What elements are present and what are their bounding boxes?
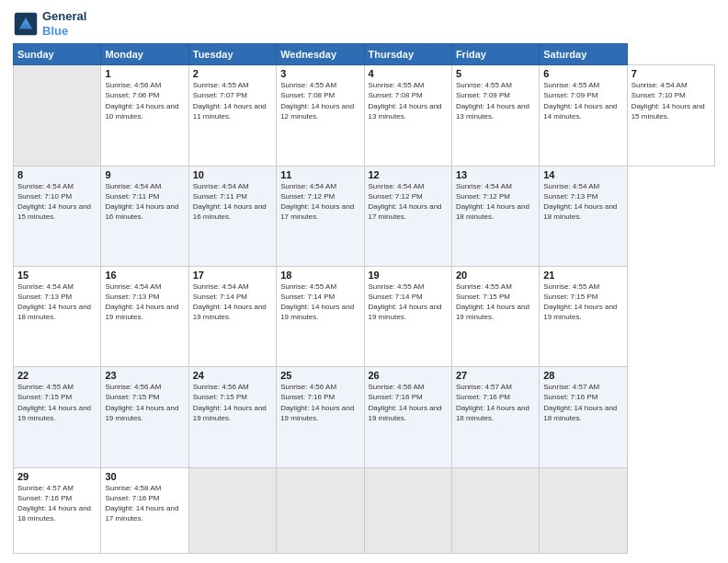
day-number: 6: [543, 68, 622, 79]
week-row-3: 22Sunrise: 4:55 AMSunset: 7:15 PMDayligh…: [14, 367, 715, 467]
day-cell: 13Sunrise: 4:54 AMSunset: 7:12 PMDayligh…: [451, 166, 539, 266]
day-number: 26: [369, 370, 448, 381]
calendar-table: SundayMondayTuesdayWednesdayThursdayFrid…: [13, 43, 715, 554]
logo-text: General Blue: [42, 9, 86, 38]
day-number: 16: [105, 270, 184, 281]
col-header-sunday: Sunday: [14, 44, 101, 65]
day-cell: 14Sunrise: 4:54 AMSunset: 7:13 PMDayligh…: [540, 166, 627, 266]
day-number: 2: [193, 68, 272, 79]
day-cell: [188, 467, 276, 553]
day-number: 24: [193, 370, 272, 381]
day-cell: 1Sunrise: 4:56 AMSunset: 7:06 PMDaylight…: [101, 65, 188, 166]
day-number: 22: [17, 370, 97, 381]
day-info: Sunrise: 4:57 AMSunset: 7:16 PMDaylight:…: [543, 382, 622, 423]
col-header-thursday: Thursday: [364, 44, 451, 65]
day-info: Sunrise: 4:56 AMSunset: 7:16 PMDaylight:…: [369, 382, 448, 423]
day-number: 12: [369, 169, 448, 180]
day-cell: 30Sunrise: 4:58 AMSunset: 7:16 PMDayligh…: [101, 467, 188, 553]
day-info: Sunrise: 4:54 AMSunset: 7:13 PMDaylight:…: [105, 282, 184, 323]
day-info: Sunrise: 4:54 AMSunset: 7:10 PMDaylight:…: [631, 80, 711, 121]
day-number: 4: [369, 68, 448, 79]
day-number: 7: [631, 68, 711, 79]
day-info: Sunrise: 4:56 AMSunset: 7:15 PMDaylight:…: [193, 382, 272, 423]
day-cell: 24Sunrise: 4:56 AMSunset: 7:15 PMDayligh…: [188, 367, 276, 467]
day-info: Sunrise: 4:55 AMSunset: 7:08 PMDaylight:…: [280, 80, 359, 121]
day-info: Sunrise: 4:56 AMSunset: 7:15 PMDaylight:…: [105, 382, 184, 423]
calendar-page: General Blue SundayMondayTuesdayWednesda…: [0, 0, 728, 563]
day-number: 21: [543, 270, 622, 281]
day-cell: 26Sunrise: 4:56 AMSunset: 7:16 PMDayligh…: [364, 367, 451, 467]
calendar-body: 1Sunrise: 4:56 AMSunset: 7:06 PMDaylight…: [14, 65, 715, 554]
day-number: 30: [105, 471, 184, 482]
day-cell: [364, 467, 451, 553]
day-cell: 3Sunrise: 4:55 AMSunset: 7:08 PMDaylight…: [277, 65, 364, 166]
col-header-saturday: Saturday: [540, 44, 627, 65]
day-info: Sunrise: 4:54 AMSunset: 7:14 PMDaylight:…: [193, 282, 272, 323]
day-cell: 16Sunrise: 4:54 AMSunset: 7:13 PMDayligh…: [101, 266, 188, 366]
day-info: Sunrise: 4:54 AMSunset: 7:11 PMDaylight:…: [105, 181, 184, 223]
logo: General Blue: [13, 9, 86, 38]
day-number: 17: [193, 270, 272, 281]
day-number: 8: [17, 169, 97, 180]
day-cell: 5Sunrise: 4:55 AMSunset: 7:09 PMDaylight…: [451, 65, 539, 166]
day-cell: 19Sunrise: 4:55 AMSunset: 7:14 PMDayligh…: [364, 266, 451, 366]
day-cell: 17Sunrise: 4:54 AMSunset: 7:14 PMDayligh…: [188, 266, 276, 366]
day-cell: 23Sunrise: 4:56 AMSunset: 7:15 PMDayligh…: [101, 367, 188, 467]
day-number: 25: [280, 370, 359, 381]
day-cell: 29Sunrise: 4:57 AMSunset: 7:16 PMDayligh…: [14, 467, 101, 553]
day-number: 18: [280, 270, 359, 281]
day-number: 19: [369, 270, 448, 281]
day-info: Sunrise: 4:55 AMSunset: 7:14 PMDaylight:…: [280, 282, 359, 323]
day-cell: [277, 467, 364, 553]
day-cell: 6Sunrise: 4:55 AMSunset: 7:09 PMDaylight…: [540, 65, 627, 166]
week-row-1: 8Sunrise: 4:54 AMSunset: 7:10 PMDaylight…: [14, 166, 715, 266]
day-cell: 21Sunrise: 4:55 AMSunset: 7:15 PMDayligh…: [540, 266, 627, 366]
day-info: Sunrise: 4:55 AMSunset: 7:08 PMDaylight:…: [369, 80, 448, 121]
day-number: 29: [17, 471, 97, 482]
week-row-0: 1Sunrise: 4:56 AMSunset: 7:06 PMDaylight…: [14, 65, 715, 166]
day-info: Sunrise: 4:54 AMSunset: 7:11 PMDaylight:…: [193, 181, 272, 223]
day-number: 14: [543, 169, 622, 180]
header: General Blue: [13, 9, 715, 38]
day-cell: 2Sunrise: 4:55 AMSunset: 7:07 PMDaylight…: [188, 65, 276, 166]
day-cell: 7Sunrise: 4:54 AMSunset: 7:10 PMDaylight…: [627, 65, 714, 166]
day-number: 13: [456, 169, 535, 180]
week-row-4: 29Sunrise: 4:57 AMSunset: 7:16 PMDayligh…: [14, 467, 715, 553]
day-cell: 9Sunrise: 4:54 AMSunset: 7:11 PMDaylight…: [101, 166, 188, 266]
day-cell: 15Sunrise: 4:54 AMSunset: 7:13 PMDayligh…: [14, 266, 101, 366]
day-info: Sunrise: 4:55 AMSunset: 7:15 PMDaylight:…: [456, 282, 535, 323]
col-header-wednesday: Wednesday: [277, 44, 364, 65]
logo-icon: [13, 11, 39, 37]
day-cell: 18Sunrise: 4:55 AMSunset: 7:14 PMDayligh…: [277, 266, 364, 366]
day-cell: 28Sunrise: 4:57 AMSunset: 7:16 PMDayligh…: [540, 367, 627, 467]
day-number: 27: [456, 370, 535, 381]
day-number: 1: [105, 68, 184, 79]
day-number: 20: [456, 270, 535, 281]
day-number: 15: [17, 270, 97, 281]
day-cell: 10Sunrise: 4:54 AMSunset: 7:11 PMDayligh…: [188, 166, 276, 266]
day-number: 9: [105, 169, 184, 180]
day-cell: 4Sunrise: 4:55 AMSunset: 7:08 PMDaylight…: [364, 65, 451, 166]
day-cell: 27Sunrise: 4:57 AMSunset: 7:16 PMDayligh…: [451, 367, 539, 467]
day-number: 5: [456, 68, 535, 79]
calendar-header-row: SundayMondayTuesdayWednesdayThursdayFrid…: [14, 44, 715, 65]
day-cell: [14, 65, 101, 166]
day-info: Sunrise: 4:56 AMSunset: 7:06 PMDaylight:…: [105, 80, 184, 121]
day-info: Sunrise: 4:57 AMSunset: 7:16 PMDaylight:…: [17, 483, 97, 524]
day-info: Sunrise: 4:54 AMSunset: 7:10 PMDaylight:…: [17, 181, 97, 223]
day-number: 3: [280, 68, 359, 79]
day-info: Sunrise: 4:55 AMSunset: 7:09 PMDaylight:…: [456, 80, 535, 121]
day-info: Sunrise: 4:58 AMSunset: 7:16 PMDaylight:…: [105, 483, 184, 524]
col-header-friday: Friday: [451, 44, 539, 65]
day-info: Sunrise: 4:54 AMSunset: 7:13 PMDaylight:…: [543, 181, 622, 223]
day-info: Sunrise: 4:54 AMSunset: 7:12 PMDaylight:…: [369, 181, 448, 223]
day-info: Sunrise: 4:57 AMSunset: 7:16 PMDaylight:…: [456, 382, 535, 423]
day-cell: [451, 467, 539, 553]
day-info: Sunrise: 4:55 AMSunset: 7:15 PMDaylight:…: [17, 382, 97, 423]
day-info: Sunrise: 4:55 AMSunset: 7:15 PMDaylight:…: [543, 282, 622, 323]
day-cell: 20Sunrise: 4:55 AMSunset: 7:15 PMDayligh…: [451, 266, 539, 366]
day-cell: [540, 467, 627, 553]
day-number: 23: [105, 370, 184, 381]
day-info: Sunrise: 4:54 AMSunset: 7:13 PMDaylight:…: [17, 282, 97, 323]
day-cell: 8Sunrise: 4:54 AMSunset: 7:10 PMDaylight…: [14, 166, 101, 266]
